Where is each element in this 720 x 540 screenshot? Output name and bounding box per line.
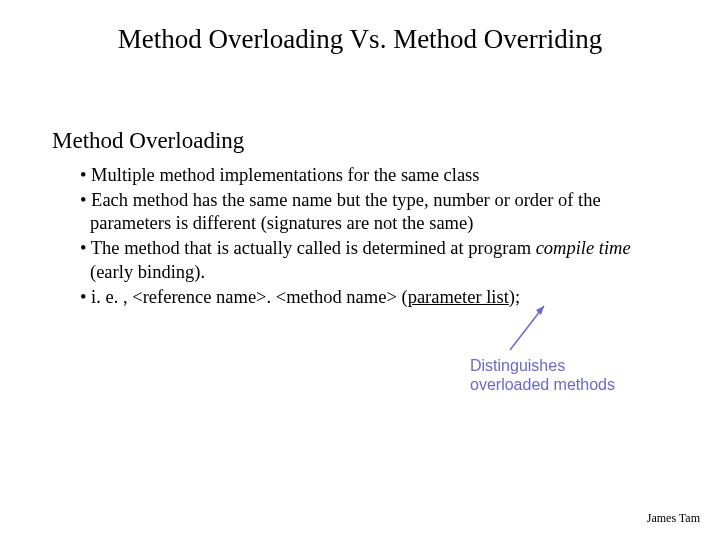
bullet-item: • Multiple method implementations for th… — [80, 164, 670, 187]
underlined-text: parameter list — [408, 287, 509, 307]
bullet-text: (early binding). — [90, 262, 205, 282]
bullet-item: • The method that is actually called is … — [80, 237, 670, 283]
annotation-label: Distinguishes overloaded methods — [470, 356, 615, 394]
emphasis-text: compile time — [536, 238, 631, 258]
svg-line-0 — [510, 306, 544, 350]
bullet-text: • i. e. , <reference name>. <method name… — [80, 287, 408, 307]
annotation-line: Distinguishes — [470, 356, 615, 375]
bullet-text: ); — [509, 287, 520, 307]
annotation-line: overloaded methods — [470, 375, 615, 394]
bullet-list: • Multiple method implementations for th… — [80, 164, 670, 311]
bullet-item: • i. e. , <reference name>. <method name… — [80, 286, 670, 309]
bullet-text: • The method that is actually called is … — [80, 238, 536, 258]
slide-title: Method Overloading Vs. Method Overriding — [0, 24, 720, 55]
slide: Method Overloading Vs. Method Overriding… — [0, 0, 720, 540]
bullet-item: • Each method has the same name but the … — [80, 189, 670, 235]
section-heading: Method Overloading — [52, 128, 244, 154]
footer-author: James Tam — [647, 511, 700, 526]
